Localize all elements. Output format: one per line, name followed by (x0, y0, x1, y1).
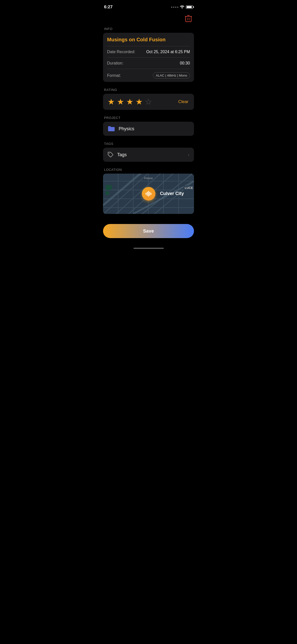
svg-rect-19 (106, 191, 109, 195)
map-background: Fresno LUCE Culver City (103, 174, 194, 214)
date-row: Date Recorded: Oct 25, 2024 at 6:25 PM (103, 46, 194, 57)
tags-left: Tags (108, 152, 127, 158)
rating-card: ★ ★ ★ ★ ☆ Clear (103, 94, 194, 110)
duration-row: Duration: 00:30 (103, 58, 194, 69)
format-row: Format: ALAC | 48kHz | Mono (103, 69, 194, 82)
luce-label: LUCE (184, 186, 194, 190)
rating-section-label: RATING (99, 88, 198, 94)
signal-icon (171, 7, 178, 8)
info-card: Musings on Cold Fusion Date Recorded: Oc… (103, 33, 194, 82)
recording-title: Musings on Cold Fusion (103, 33, 194, 46)
delete-button[interactable] (184, 14, 193, 24)
save-button[interactable]: Save (103, 224, 194, 238)
star-3[interactable]: ★ (126, 98, 134, 106)
home-indicator (99, 246, 198, 251)
status-time: 6:27 (104, 5, 113, 10)
project-section-label: PROJECT (99, 116, 198, 122)
format-label: Format: (107, 73, 121, 78)
save-container: Save (99, 220, 198, 246)
svg-rect-18 (106, 185, 112, 190)
trash-container (99, 13, 198, 27)
status-icons (171, 5, 193, 9)
star-2[interactable]: ★ (117, 98, 124, 106)
folder-icon (108, 126, 115, 132)
battery-fill (187, 6, 192, 8)
battery-icon (186, 5, 193, 9)
location-card[interactable]: Fresno LUCE Culver City (103, 174, 194, 214)
info-section-label: INFO (99, 27, 198, 33)
chevron-right-icon: › (188, 152, 189, 157)
tag-icon (108, 152, 114, 158)
city-label: Culver City (160, 191, 184, 197)
project-card[interactable]: Physics (103, 122, 194, 136)
svg-rect-0 (186, 16, 191, 22)
trash-icon (185, 15, 192, 22)
wifi-icon (180, 5, 184, 9)
star-5[interactable]: ☆ (145, 98, 152, 106)
duration-value: 00:30 (180, 61, 190, 66)
audio-wave-icon (146, 191, 151, 197)
date-value: Oct 25, 2024 at 6:25 PM (146, 50, 190, 54)
tags-section-label: TAGS (99, 142, 198, 148)
svg-point-1 (109, 153, 110, 154)
date-label: Date Recorded: (107, 50, 135, 54)
star-4[interactable]: ★ (136, 98, 143, 106)
audio-location-pin (142, 187, 155, 201)
status-bar: 6:27 (99, 0, 198, 13)
clear-rating-button[interactable]: Clear (177, 98, 189, 105)
fresno-label: Fresno (144, 177, 153, 180)
tags-card[interactable]: Tags › (103, 148, 194, 162)
duration-label: Duration: (107, 61, 123, 66)
stars-container[interactable]: ★ ★ ★ ★ ☆ (108, 98, 152, 106)
location-section-label: LOCATION (99, 168, 198, 174)
home-bar (134, 248, 164, 249)
star-1[interactable]: ★ (108, 98, 115, 106)
format-badge: ALAC | 48kHz | Mono (153, 72, 190, 79)
project-name: Physics (119, 126, 134, 132)
tags-label: Tags (117, 152, 127, 157)
